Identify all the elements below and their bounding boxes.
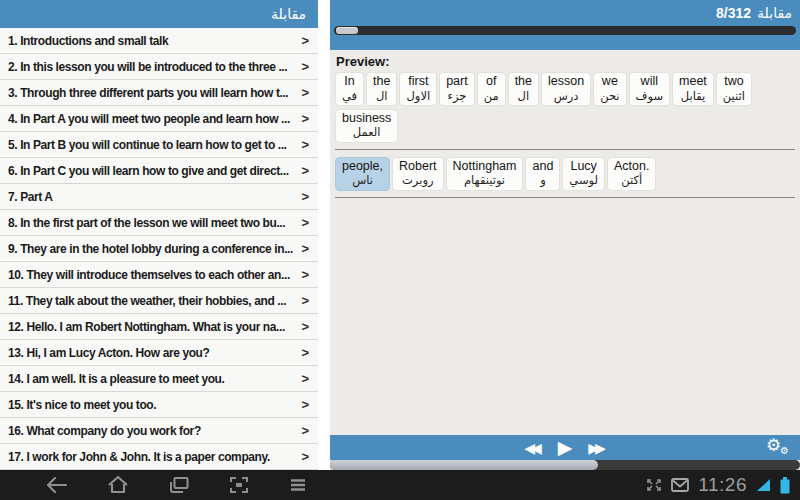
list-item[interactable]: 1. Introductions and small talk> <box>0 28 318 54</box>
settings-gear-icon[interactable]: ⚙ ⚙ <box>766 436 792 458</box>
list-item-label: 12. Hello. I am Robert Nottingham. What … <box>8 320 295 334</box>
lesson-list-panel: مقابلة 1. Introductions and small talk>2… <box>0 0 318 470</box>
word-chip[interactable]: theال <box>508 72 539 106</box>
list-item[interactable]: 3. Through three different parts you wil… <box>0 80 318 106</box>
playback-progress-fill <box>330 460 598 470</box>
player-controls: ◀◀ ▶ ▶▶ <box>524 438 606 457</box>
word-chip[interactable]: partجزء <box>439 72 475 106</box>
fast-forward-icon[interactable]: ▶▶ <box>588 440 606 456</box>
word-chip[interactable]: Robertروبرت <box>392 157 444 191</box>
left-panel-header: مقابلة <box>0 0 318 28</box>
status-area[interactable]: 11:26 <box>646 474 800 496</box>
word-chip[interactable]: ofمن <box>477 72 506 106</box>
list-item[interactable]: 15. It's nice to meet you too.> <box>0 392 318 418</box>
home-icon[interactable] <box>106 475 130 495</box>
list-item[interactable]: 13. Hi, I am Lucy Acton. How are you?> <box>0 340 318 366</box>
word-english: business <box>342 111 391 127</box>
chevron-right-icon: > <box>301 189 309 204</box>
list-item[interactable]: 16. What company do you work for?> <box>0 418 318 444</box>
word-chip[interactable]: Inفي <box>335 72 364 106</box>
list-item[interactable]: 10. They will introduce themselves to ea… <box>0 262 318 288</box>
word-arabic: نوتينقهام <box>453 174 517 187</box>
recent-apps-icon[interactable] <box>167 475 191 495</box>
list-item[interactable]: 11. They talk about the weather, their h… <box>0 288 318 314</box>
word-english: we <box>600 74 619 90</box>
list-item[interactable]: 5. In Part B you will continue to learn … <box>0 132 318 158</box>
list-item-label: 15. It's nice to meet you too. <box>8 398 295 412</box>
word-chip[interactable]: meetيقابل <box>672 72 714 106</box>
nav-buttons <box>0 475 309 495</box>
list-item-label: 17. I work for John & John. It is a pape… <box>8 450 295 464</box>
word-english: and <box>532 159 553 175</box>
back-icon[interactable] <box>45 475 69 495</box>
left-panel-title: مقابلة <box>271 6 306 22</box>
word-arabic: نحن <box>600 90 619 103</box>
word-english: meet <box>679 74 707 90</box>
preview-label: Preview: <box>336 54 795 69</box>
rewind-icon[interactable]: ◀◀ <box>524 440 542 456</box>
word-english: the <box>515 74 532 90</box>
chevron-right-icon: > <box>301 241 309 256</box>
word-chip[interactable]: lessonدرس <box>541 72 591 106</box>
word-arabic: أكتن <box>614 174 649 187</box>
fullscreen-notification-icon[interactable] <box>646 478 662 492</box>
word-english: Robert <box>399 159 437 175</box>
word-chip[interactable]: firstالاول <box>399 72 437 106</box>
row-separator <box>335 197 795 198</box>
word-english: of <box>484 74 499 90</box>
battery-icon <box>780 477 790 494</box>
list-item[interactable]: 12. Hello. I am Robert Nottingham. What … <box>0 314 318 340</box>
sentence-row: Inفيtheالfirstالاولpartجزءofمنtheالlesso… <box>335 72 795 143</box>
word-chip[interactable]: Nottinghamنوتينقهام <box>446 157 524 191</box>
list-item-label: 10. They will introduce themselves to ea… <box>8 268 295 282</box>
word-english: lesson <box>548 74 584 90</box>
word-chip[interactable]: willسوف <box>629 72 671 106</box>
player-bar: ◀◀ ▶ ▶▶ ⚙ ⚙ <box>330 435 800 460</box>
word-arabic: ال <box>373 90 390 103</box>
menu-icon[interactable] <box>287 475 309 495</box>
list-item[interactable]: 4. In Part A you will meet two people an… <box>0 106 318 132</box>
lesson-list[interactable]: 1. Introductions and small talk>2. In th… <box>0 28 318 470</box>
list-item[interactable]: 2. In this lesson you will be introduced… <box>0 54 318 80</box>
playback-progress-bar[interactable] <box>330 460 800 470</box>
gmail-notification-icon[interactable] <box>671 478 689 492</box>
word-arabic: و <box>532 174 553 187</box>
lesson-seekbar[interactable] <box>334 26 796 35</box>
list-item[interactable]: 6. In Part C you will learn how to give … <box>0 158 318 184</box>
list-item[interactable]: 7. Part A> <box>0 184 318 210</box>
word-arabic: العمل <box>342 126 391 139</box>
list-item-label: 1. Introductions and small talk <box>8 34 295 48</box>
list-item-label: 14. I am well. It is a pleasure to meet … <box>8 372 295 386</box>
clock[interactable]: 11:26 <box>698 474 747 496</box>
list-item-label: 7. Part A <box>8 190 295 204</box>
word-english: Acton. <box>614 159 649 175</box>
preview-area: Preview: Inفيtheالfirstالاولpartجزءofمنt… <box>330 50 800 435</box>
wifi-icon <box>756 478 771 492</box>
play-icon[interactable]: ▶ <box>558 438 573 457</box>
word-chip[interactable]: twoاثنين <box>716 72 752 106</box>
word-chip[interactable]: weنحن <box>593 72 626 106</box>
chevron-right-icon: > <box>301 319 309 334</box>
lesson-title: 8/312 مقابلة <box>330 0 800 23</box>
word-chip-highlighted[interactable]: people,ناس <box>335 157 390 191</box>
list-item[interactable]: 9. They are in the hotel lobby during a … <box>0 236 318 262</box>
word-english: part <box>446 74 468 90</box>
chevron-right-icon: > <box>301 267 309 282</box>
list-item[interactable]: 14. I am well. It is a pleasure to meet … <box>0 366 318 392</box>
word-arabic: لوسي <box>569 174 598 187</box>
list-item[interactable]: 8. In the first part of the lesson we wi… <box>0 210 318 236</box>
word-chip[interactable]: businessالعمل <box>335 109 398 143</box>
word-chip[interactable]: andو <box>525 157 560 191</box>
word-chip[interactable]: Acton.أكتن <box>607 157 656 191</box>
word-arabic: سوف <box>636 90 664 103</box>
word-chip[interactable]: theال <box>366 72 397 106</box>
chevron-right-icon: > <box>301 137 309 152</box>
word-arabic: في <box>342 90 357 103</box>
seekbar-thumb[interactable] <box>336 27 358 34</box>
word-chip[interactable]: Lucyلوسي <box>562 157 605 191</box>
list-item[interactable]: 17. I work for John & John. It is a pape… <box>0 444 318 470</box>
list-item-label: 5. In Part B you will continue to learn … <box>8 138 295 152</box>
lesson-progress-count: 8/312 <box>716 5 751 21</box>
sentence-row: people,ناسRobertروبرتNottinghamنوتينقهام… <box>335 157 795 191</box>
screenshot-icon[interactable] <box>228 475 250 495</box>
